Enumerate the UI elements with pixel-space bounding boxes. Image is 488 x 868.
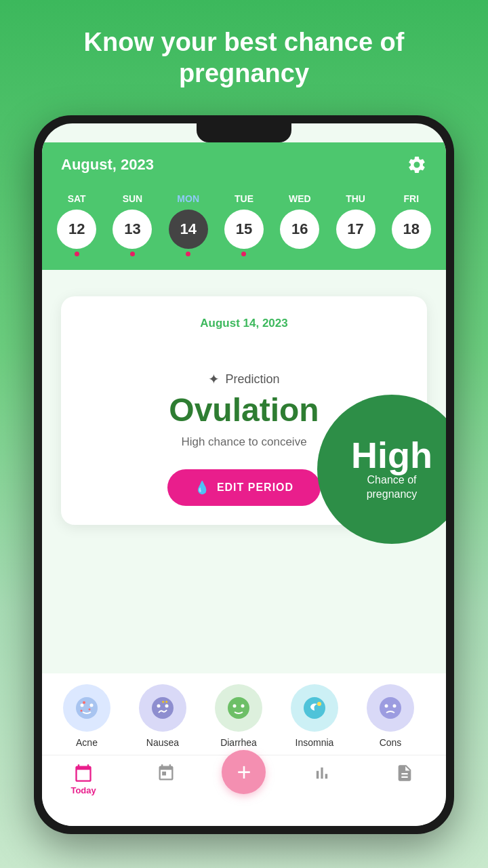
svg-point-3 — [83, 701, 85, 704]
period-dot-12 — [75, 252, 79, 256]
fab-add-button[interactable]: + — [222, 750, 266, 794]
calendar-day-15[interactable]: 15 — [220, 210, 268, 256]
day-circle-14[interactable]: 14 — [169, 210, 208, 249]
period-dot-13 — [130, 252, 135, 256]
nav-notes[interactable] — [378, 764, 432, 783]
hero-title: Know your best chance of pregnancy — [0, 27, 488, 89]
svg-point-13 — [304, 697, 325, 719]
calendar-day-13[interactable]: 13 — [108, 210, 157, 256]
cons-label: Cons — [380, 737, 402, 748]
nav-calendar[interactable] — [139, 764, 193, 783]
high-badge-subtitle: Chance ofpregnancy — [367, 473, 418, 502]
diarrhea-label: Diarrhea — [220, 737, 257, 748]
symptom-nausea[interactable]: ★★ Nausea — [129, 684, 197, 748]
symptom-insomnia[interactable]: Insomnia — [281, 684, 348, 748]
svg-point-5 — [81, 710, 83, 712]
day-circle-16[interactable]: 16 — [280, 210, 319, 249]
nausea-icon: ★★ — [139, 684, 186, 732]
edit-period-button[interactable]: 💧 EDIT PERIOD — [167, 469, 321, 506]
today-label: Today — [70, 785, 96, 795]
phone-screen: August, 2023 SAT SUN MON TUE WED THU FRI — [42, 123, 446, 826]
nav-today[interactable]: Today — [56, 764, 110, 795]
calendar-today-icon — [74, 764, 93, 783]
high-badge-title: High — [351, 437, 432, 473]
prediction-text: Prediction — [225, 372, 279, 387]
drop-icon: 💧 — [195, 480, 210, 495]
svg-point-4 — [89, 709, 91, 711]
settings-icon[interactable] — [407, 155, 427, 175]
cons-icon — [367, 684, 414, 732]
svg-point-17 — [393, 705, 396, 708]
symptom-acne[interactable]: Acne — [53, 684, 121, 748]
notes-icon — [395, 764, 414, 783]
day-circle-12[interactable]: 12 — [57, 210, 96, 249]
day-circle-18[interactable]: 18 — [392, 210, 431, 249]
nausea-label: Nausea — [146, 737, 179, 748]
prediction-label: ✦ Prediction — [80, 371, 408, 387]
prediction-icon: ✦ — [208, 371, 220, 387]
stats-icon — [312, 764, 331, 783]
day-circle-15[interactable]: 15 — [224, 210, 264, 249]
svg-point-15 — [380, 697, 401, 719]
calendar-day-16[interactable]: 16 — [275, 210, 324, 256]
day-circle-17[interactable]: 17 — [336, 210, 375, 249]
calendar-day-12[interactable]: 12 — [52, 210, 101, 256]
svg-point-14 — [317, 702, 321, 706]
nav-stats[interactable] — [295, 764, 349, 783]
day-sat: SAT — [52, 193, 101, 204]
insomnia-icon — [291, 684, 338, 732]
card-date: August 14, 2023 — [80, 317, 408, 330]
day-dates: 12 13 14 15 — [49, 210, 439, 256]
acne-icon — [63, 684, 110, 732]
svg-point-0 — [76, 697, 98, 719]
screen-header: August, 2023 — [42, 142, 446, 186]
svg-point-2 — [90, 704, 94, 707]
day-mon: MON — [164, 193, 213, 204]
svg-point-11 — [233, 705, 237, 708]
svg-point-7 — [157, 705, 161, 708]
calendar-strip: SAT SUN MON TUE WED THU FRI 12 13 — [42, 186, 446, 270]
period-dot-14 — [186, 252, 190, 256]
edit-period-label: EDIT PERIOD — [217, 481, 293, 494]
symptoms-row: Acne ★★ Nausea — [42, 673, 446, 755]
symptom-diarrhea[interactable]: Diarrhea — [205, 684, 272, 748]
calendar-icon — [157, 764, 176, 783]
svg-point-10 — [228, 697, 249, 719]
calendar-day-18[interactable]: 18 — [387, 210, 436, 256]
svg-text:★★: ★★ — [161, 700, 168, 704]
period-dot-15 — [241, 252, 246, 256]
day-circle-13[interactable]: 13 — [113, 210, 152, 249]
diarrhea-icon — [215, 684, 262, 732]
phone-mockup: August, 2023 SAT SUN MON TUE WED THU FRI — [34, 115, 454, 834]
fab-plus-icon: + — [237, 758, 251, 787]
calendar-day-14[interactable]: 14 — [164, 210, 213, 256]
svg-point-1 — [81, 704, 84, 707]
acne-label: Acne — [76, 737, 98, 748]
bottom-nav: Today + — [42, 755, 446, 826]
insomnia-label: Insomnia — [296, 737, 334, 748]
svg-point-16 — [385, 705, 388, 708]
day-fri: FRI — [387, 193, 436, 204]
phone-notch — [197, 123, 291, 142]
phone-frame: August, 2023 SAT SUN MON TUE WED THU FRI — [34, 115, 454, 834]
day-tue: TUE — [220, 193, 268, 204]
month-label: August, 2023 — [61, 156, 154, 174]
day-headers: SAT SUN MON TUE WED THU FRI — [49, 193, 439, 204]
svg-point-12 — [241, 705, 245, 708]
day-sun: SUN — [108, 193, 157, 204]
day-thu: THU — [331, 193, 380, 204]
svg-point-8 — [165, 705, 169, 708]
symptom-cons[interactable]: Cons — [357, 684, 424, 748]
calendar-day-17[interactable]: 17 — [331, 210, 380, 256]
day-wed: WED — [275, 193, 324, 204]
